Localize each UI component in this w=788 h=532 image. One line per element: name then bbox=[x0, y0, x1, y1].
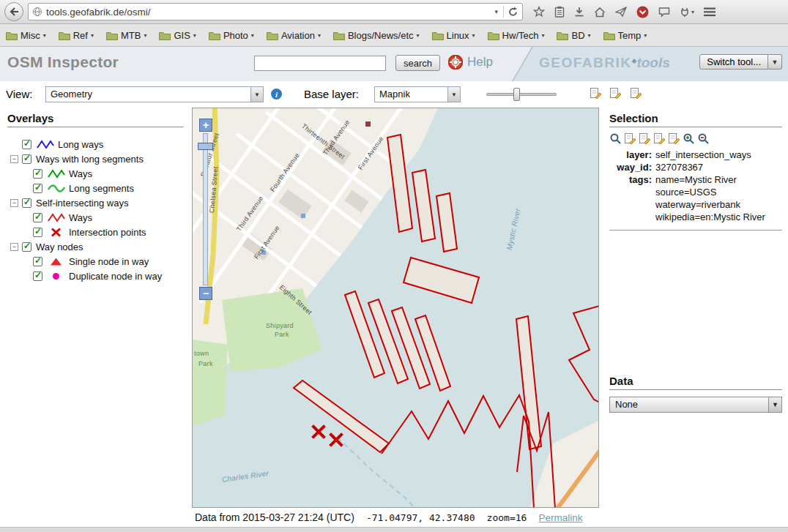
overlay-checkbox[interactable] bbox=[33, 257, 42, 266]
divider bbox=[503, 6, 504, 18]
overlay-item[interactable]: Duplicate node in way bbox=[7, 269, 183, 283]
magenta-dot-icon bbox=[47, 271, 66, 281]
bookmark-label: BD bbox=[571, 30, 584, 41]
folder-icon bbox=[106, 31, 118, 40]
opacity-slider-handle[interactable] bbox=[513, 88, 520, 101]
chevron-down-icon[interactable]: ▼ bbox=[447, 86, 461, 102]
collapse-toggle-icon[interactable]: − bbox=[10, 243, 18, 251]
overlay-checkbox[interactable] bbox=[33, 169, 42, 179]
reload-icon[interactable] bbox=[508, 7, 518, 18]
url-dropdown-icon[interactable]: ▾ bbox=[493, 8, 499, 15]
edit-josm-icon[interactable] bbox=[590, 87, 602, 100]
bookmark-folder-ref[interactable]: Ref▾ bbox=[59, 30, 94, 41]
overlay-checkbox[interactable] bbox=[33, 184, 42, 193]
bookmark-folder-hw-tech[interactable]: Hw/Tech▾ bbox=[488, 30, 545, 41]
overlay-item[interactable]: Single node in way bbox=[7, 254, 183, 269]
chevron-down-icon[interactable]: ▼ bbox=[250, 86, 264, 102]
search-button[interactable]: search bbox=[395, 55, 440, 71]
switch-tool-caret[interactable]: ▼ bbox=[768, 54, 782, 70]
overlay-label: Single node in way bbox=[69, 256, 149, 267]
overlay-item[interactable]: Intersection points bbox=[7, 225, 183, 239]
map-canvas bbox=[193, 108, 599, 508]
selection-value: self_intersection_ways bbox=[655, 149, 751, 161]
zoom-slider-handle[interactable] bbox=[198, 143, 213, 150]
plugin-icon[interactable]: ▾ bbox=[680, 7, 694, 17]
zoom-in-button[interactable]: + bbox=[199, 119, 212, 132]
edit-id-icon[interactable] bbox=[653, 132, 666, 145]
bookmark-folder-gis[interactable]: GIS▾ bbox=[159, 30, 196, 41]
overlay-checkbox[interactable] bbox=[22, 154, 31, 164]
switch-tool-button[interactable]: Switch tool... bbox=[699, 54, 768, 70]
edit-josm-icon[interactable] bbox=[624, 132, 636, 145]
bookmark-folder-linux[interactable]: Linux▾ bbox=[432, 30, 475, 41]
home-icon[interactable] bbox=[594, 7, 606, 18]
overlay-item[interactable]: −Way nodes bbox=[7, 239, 183, 254]
switch-tool-control: Switch tool... ▼ bbox=[699, 54, 782, 70]
help-link[interactable]: Help bbox=[448, 55, 493, 70]
data-select[interactable]: None ▼ bbox=[609, 397, 782, 413]
chat-icon[interactable] bbox=[658, 7, 670, 18]
chevron-down-icon[interactable]: ▼ bbox=[768, 397, 782, 413]
map[interactable]: + − Decatur StreetChelsea StreetThird Av… bbox=[192, 108, 599, 508]
search-input[interactable] bbox=[254, 56, 386, 71]
bookmark-folder-temp[interactable]: Temp▾ bbox=[603, 30, 647, 41]
bookmark-folder-photo[interactable]: Photo▾ bbox=[209, 30, 254, 41]
chevron-down-icon: ▾ bbox=[318, 32, 321, 39]
zoom-slider-track[interactable] bbox=[203, 133, 208, 285]
overlay-checkbox[interactable] bbox=[33, 228, 42, 237]
zoom-out-button[interactable]: − bbox=[199, 287, 212, 300]
nav-icons: ▾ bbox=[533, 6, 715, 18]
opacity-slider-track[interactable] bbox=[486, 93, 557, 96]
url-text[interactable]: tools.geofabrik.de/osmi/ bbox=[46, 7, 489, 18]
edit-id-icon[interactable] bbox=[630, 87, 642, 100]
magnifier-icon[interactable] bbox=[609, 132, 622, 145]
info-icon[interactable]: i bbox=[270, 88, 283, 100]
help-label: Help bbox=[467, 55, 493, 70]
overlay-item[interactable]: Ways bbox=[7, 210, 183, 225]
bookmark-star-icon[interactable] bbox=[533, 6, 545, 18]
clipboard-icon[interactable] bbox=[554, 6, 565, 18]
zoom-in-selection-icon[interactable] bbox=[683, 132, 695, 145]
overlay-item[interactable]: −Self-intersecting ways bbox=[7, 195, 183, 210]
back-button[interactable] bbox=[4, 2, 23, 21]
overlay-checkbox[interactable] bbox=[22, 242, 31, 252]
red-x-icon bbox=[47, 228, 66, 237]
overlay-item[interactable]: Long ways bbox=[7, 137, 183, 151]
overlay-label: Self-intersecting ways bbox=[36, 198, 128, 209]
overlay-label: Duplicate node in way bbox=[69, 271, 162, 282]
overlay-checkbox[interactable] bbox=[22, 198, 31, 208]
menu-hamburger-icon[interactable] bbox=[704, 7, 715, 17]
overlay-item[interactable]: Ways bbox=[7, 166, 183, 181]
bookmark-folder-aviation[interactable]: Aviation▾ bbox=[267, 30, 321, 41]
zoom-out-selection-icon[interactable] bbox=[697, 132, 710, 145]
overlay-checkbox[interactable] bbox=[33, 213, 42, 222]
overlay-checkbox[interactable] bbox=[33, 271, 42, 281]
edit-potlatch-icon[interactable] bbox=[609, 87, 622, 100]
chevron-down-icon: ▾ bbox=[43, 32, 46, 39]
bookmark-label: GIS bbox=[174, 30, 190, 41]
bookmark-folder-bd[interactable]: BD▾ bbox=[557, 30, 590, 41]
selection-details: layer:self_intersection_waysway_id:32707… bbox=[609, 149, 782, 223]
overlays-panel: Overlays Long ways−Ways with long segmen… bbox=[0, 108, 189, 508]
downloads-icon[interactable] bbox=[574, 7, 584, 18]
overlay-checkbox[interactable] bbox=[22, 140, 31, 149]
base-layer-select[interactable]: Mapnik ▼ bbox=[374, 86, 461, 102]
send-plane-icon[interactable] bbox=[615, 7, 627, 17]
blue-zigzag-icon bbox=[36, 140, 55, 149]
collapse-toggle-icon[interactable]: − bbox=[10, 155, 18, 163]
bookmark-folder-blogs-news-etc[interactable]: Blogs/News/etc▾ bbox=[333, 30, 420, 41]
overlay-item[interactable]: Long segments bbox=[7, 181, 183, 195]
pocket-icon[interactable] bbox=[636, 6, 649, 18]
selection-value: 327078367 bbox=[655, 161, 703, 173]
bookmark-folder-mtb[interactable]: MTB▾ bbox=[106, 30, 146, 41]
bookmark-label: Linux bbox=[447, 30, 469, 41]
bookmark-folder-misc[interactable]: Misc▾ bbox=[6, 30, 46, 41]
url-bar[interactable]: tools.geofabrik.de/osmi/ ▾ bbox=[28, 3, 523, 20]
overlay-item[interactable]: −Ways with long segments bbox=[7, 151, 183, 166]
view-select[interactable]: Geometry ▼ bbox=[45, 86, 264, 102]
permalink-link[interactable]: Permalink bbox=[538, 512, 582, 523]
edit-remote-icon[interactable] bbox=[668, 132, 680, 145]
collapse-toggle-icon[interactable]: − bbox=[10, 199, 18, 207]
page-title: OSM Inspector bbox=[7, 53, 119, 71]
edit-potlatch-icon[interactable] bbox=[639, 132, 651, 145]
